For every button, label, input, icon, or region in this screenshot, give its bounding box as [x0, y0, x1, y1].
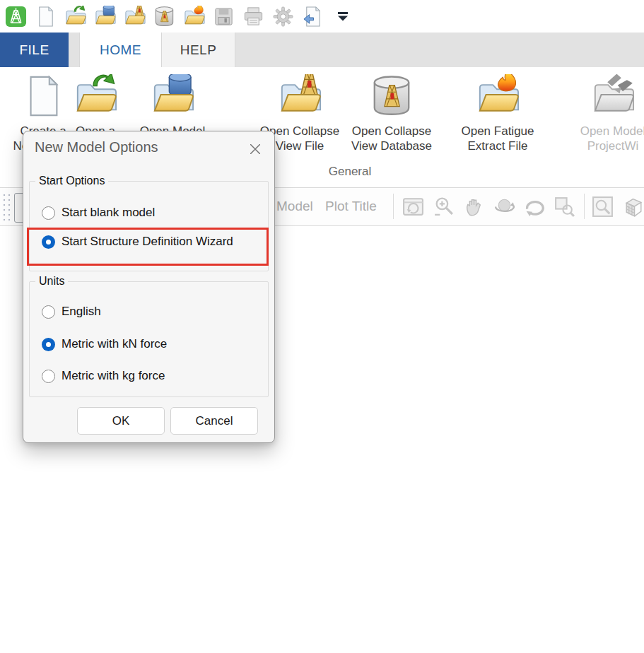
radio-label: Metric with kg force [62, 369, 165, 383]
dialog-title: New Model Options [35, 139, 158, 155]
folder-projectwise-icon [591, 74, 635, 118]
app-logo-tower-icon[interactable] [4, 4, 28, 29]
radio-metric-kg-units[interactable]: Metric with kg force [42, 369, 165, 383]
tab-bar-filler [235, 33, 644, 67]
open-folder-icon [74, 74, 117, 118]
tab-file[interactable]: FILE [0, 33, 69, 67]
quick-access-toolbar [0, 0, 644, 33]
tab-gap [69, 33, 79, 67]
folder-flame-icon [476, 74, 520, 118]
folder-database-icon [151, 74, 194, 118]
radio-circle[interactable] [42, 305, 55, 319]
database-tower-icon [370, 74, 414, 118]
print-icon [242, 4, 265, 29]
cancel-button[interactable]: Cancel [170, 407, 258, 435]
toolbar-separator [584, 194, 585, 219]
ribbon-button-label: Open Collapse View Database [351, 124, 432, 153]
ribbon-button-label: Open Model ProjectWi [580, 124, 644, 153]
refresh-view-icon [399, 192, 428, 221]
radio-label: Start blank model [62, 206, 155, 220]
open-model-database-folder-icon[interactable] [93, 4, 117, 29]
radio-label: Metric with kN force [62, 337, 167, 351]
radio-label: Start Structure Definition Wizard [62, 235, 233, 249]
render-cube-icon [619, 192, 644, 221]
radio-circle[interactable] [42, 206, 55, 220]
radio-circle[interactable] [42, 338, 55, 351]
ribbon-tab-bar: FILE HOME HELP [0, 33, 644, 67]
radio-metric-kn-units[interactable]: Metric with kN force [42, 337, 167, 351]
ribbon-open-fatigue-extract-button[interactable]: Open Fatigue Extract File [454, 71, 541, 153]
ribbon-open-collapse-view-database-button[interactable]: Open Collapse View Database [346, 71, 437, 153]
group-label: Units [35, 275, 68, 288]
ribbon-group-label-general: General [269, 165, 431, 179]
toolbar-gripper[interactable] [3, 194, 12, 220]
open-model-folder-icon[interactable] [64, 4, 87, 29]
radio-circle[interactable] [42, 235, 55, 249]
radio-start-blank-model[interactable]: Start blank model [42, 206, 155, 220]
folder-tower-icon [278, 74, 322, 118]
rotate-view-icon [520, 192, 549, 221]
open-fatigue-folder-icon[interactable] [182, 4, 206, 29]
group-label: Start Options [35, 175, 108, 187]
toolbar-label-plot-title: Plot Title [325, 199, 377, 214]
close-icon[interactable] [245, 139, 266, 160]
radio-circle[interactable] [42, 370, 55, 383]
toolbar-options-dropdown-icon[interactable] [331, 4, 354, 29]
ribbon-open-model-projectwise-button: Open Model ProjectWi [574, 71, 644, 153]
new-model-options-dialog: New Model Options Start Options Start bl… [23, 131, 275, 443]
new-page-icon [21, 74, 65, 118]
import-document-icon[interactable] [301, 4, 324, 29]
radio-label: English [62, 305, 101, 319]
toolbar-separator [393, 194, 394, 219]
settings-gear-icon [271, 4, 295, 29]
radio-english-units[interactable]: English [42, 305, 101, 319]
zoom-extents-icon [550, 192, 579, 221]
collapse-view-database-icon[interactable] [153, 4, 176, 29]
toolbar-label-model: Model [276, 199, 313, 214]
radio-start-structure-definition-wizard[interactable]: Start Structure Definition Wizard [42, 235, 233, 249]
tab-help[interactable]: HELP [162, 33, 235, 67]
orbit-3d-icon [490, 192, 519, 221]
open-collapse-view-folder-icon[interactable] [123, 4, 146, 29]
ribbon-button-label: Open Fatigue Extract File [461, 124, 534, 153]
ok-button[interactable]: OK [77, 407, 165, 435]
save-icon [212, 4, 235, 29]
zoom-window-icon [588, 192, 617, 221]
tab-home[interactable]: HOME [79, 33, 162, 67]
pan-hand-icon [459, 192, 488, 221]
new-model-icon[interactable] [34, 4, 57, 29]
zoom-in-icon [430, 192, 459, 221]
